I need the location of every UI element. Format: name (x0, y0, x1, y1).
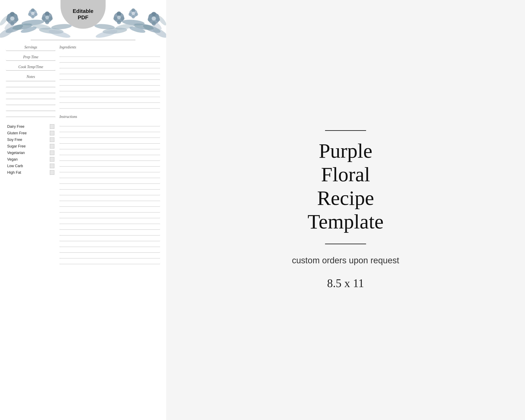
ingredients-label: Ingredients (59, 45, 160, 49)
svg-point-17 (31, 9, 35, 12)
dietary-section: Dairy Free Gluten Free Soy Free Sugar Fr… (6, 124, 55, 175)
svg-point-50 (135, 13, 138, 16)
notes-line-4 (6, 99, 55, 99)
ingredient-line-10 (59, 103, 160, 109)
instruction-line-20 (59, 230, 160, 235)
ingredient-line-7 (59, 85, 160, 91)
prep-time-line (6, 60, 55, 61)
dietary-dairy-free: Dairy Free (7, 124, 54, 129)
badge-line2: PDF (78, 14, 88, 21)
instruction-line-24 (59, 253, 160, 258)
svg-point-57 (117, 20, 121, 24)
soy-free-label: Soy Free (7, 138, 22, 142)
svg-point-58 (117, 16, 121, 19)
instruction-line-3 (59, 132, 160, 138)
instruction-line-6 (59, 149, 160, 155)
instruction-line-13 (59, 189, 160, 195)
text-panel: Purple Floral Recipe Template custom ord… (166, 0, 525, 420)
svg-point-56 (120, 16, 124, 20)
panel-title: Purple Floral Recipe Template (308, 139, 384, 233)
svg-point-52 (132, 12, 135, 15)
notes-label: Notes (6, 75, 55, 79)
instruction-line-5 (59, 144, 160, 149)
instruction-line-21 (59, 235, 160, 241)
title-line3: Recipe (308, 186, 384, 210)
vegan-label: Vegan (7, 157, 18, 162)
prep-time-label: Prep Time (6, 55, 55, 59)
svg-point-26 (45, 20, 49, 24)
vegan-checkbox[interactable] (50, 157, 54, 162)
svg-point-20 (31, 15, 34, 19)
sugar-free-checkbox[interactable] (50, 144, 54, 149)
svg-point-11 (14, 18, 19, 21)
ingredients-section: Ingredients (59, 45, 160, 109)
svg-point-25 (49, 16, 53, 20)
instruction-line-8 (59, 161, 160, 167)
right-column: Ingredients Instructions (59, 45, 160, 270)
low-carb-label: Low Carb (7, 164, 23, 168)
ingredient-line-4 (59, 68, 160, 74)
servings-label: Servings (6, 45, 55, 49)
recipe-card: Servings Prep Time Cook Temp/Time Notes (0, 0, 166, 420)
instruction-line-25 (59, 258, 160, 264)
instruction-line-10 (59, 172, 160, 178)
svg-point-15 (10, 16, 14, 20)
dairy-free-checkbox[interactable] (50, 124, 54, 129)
instruction-line-12 (59, 184, 160, 189)
instruction-line-14 (59, 195, 160, 201)
vegetarian-checkbox[interactable] (50, 150, 54, 155)
recipe-body: Servings Prep Time Cook Temp/Time Notes (0, 41, 166, 274)
dietary-vegan: Vegan (7, 157, 54, 162)
ingredient-line-5 (59, 74, 160, 80)
svg-point-12 (10, 21, 14, 26)
gluten-free-checkbox[interactable] (50, 131, 54, 135)
svg-point-49 (129, 13, 132, 16)
cook-temp-section: Cook Temp/Time (6, 65, 55, 71)
low-carb-checkbox[interactable] (50, 164, 54, 168)
instructions-label: Instructions (59, 115, 160, 119)
sugar-free-label: Sugar Free (7, 144, 26, 149)
svg-point-24 (42, 16, 46, 20)
svg-point-19 (34, 13, 38, 16)
servings-line (6, 51, 55, 51)
ingredient-line-8 (59, 91, 160, 97)
notes-line-5 (6, 105, 55, 105)
svg-point-41 (148, 18, 152, 21)
editable-badge: Editable PDF (60, 0, 106, 29)
dairy-free-label: Dairy Free (7, 124, 24, 129)
title-line1: Purple (308, 139, 384, 163)
ingredient-line-2 (59, 57, 160, 63)
dietary-vegetarian: Vegetarian (7, 150, 54, 155)
instruction-line-7 (59, 155, 160, 161)
ingredient-line-3 (59, 63, 160, 68)
instruction-line-4 (59, 138, 160, 144)
svg-point-48 (131, 9, 135, 12)
svg-point-54 (117, 11, 121, 16)
svg-point-42 (156, 18, 160, 21)
instruction-line-17 (59, 213, 160, 218)
ingredient-line-9 (59, 97, 160, 103)
cook-temp-label: Cook Temp/Time (6, 65, 55, 69)
prep-time-section: Prep Time (6, 55, 55, 61)
notes-line-2 (6, 87, 55, 87)
ingredients-lines (59, 51, 160, 109)
cook-temp-line (6, 70, 55, 71)
instruction-line-2 (59, 126, 160, 132)
title-line2: Floral (308, 163, 384, 186)
title-line4: Template (308, 210, 384, 233)
svg-point-46 (152, 16, 156, 20)
high-fat-checkbox[interactable] (50, 170, 54, 175)
instruction-line-23 (59, 247, 160, 253)
svg-point-27 (45, 16, 49, 19)
instruction-line-19 (59, 224, 160, 230)
badge-line1: Editable (73, 8, 93, 14)
instruction-line-15 (59, 201, 160, 207)
panel-divider (325, 244, 366, 244)
notes-line-7 (6, 117, 55, 117)
dietary-soy-free: Soy Free (7, 137, 54, 142)
dietary-high-fat: High Fat (7, 170, 54, 175)
servings-section: Servings (6, 45, 55, 51)
soy-free-checkbox[interactable] (50, 137, 54, 142)
instruction-line-18 (59, 218, 160, 224)
instruction-line-22 (59, 241, 160, 247)
